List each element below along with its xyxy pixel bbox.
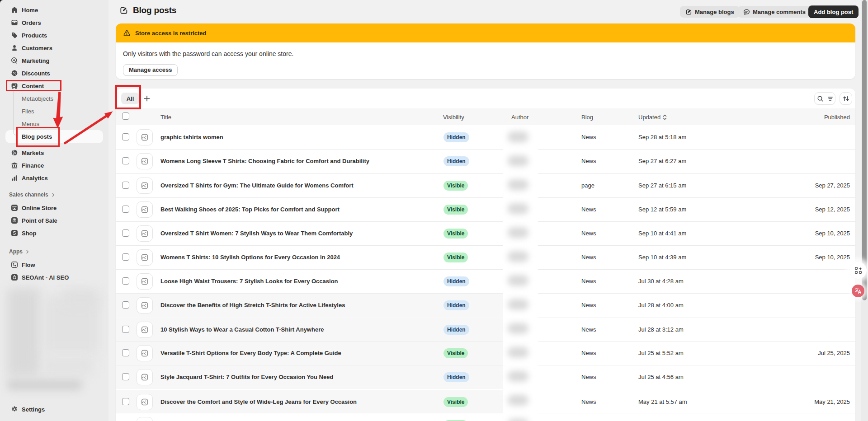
- svg-text:$: $: [14, 219, 15, 222]
